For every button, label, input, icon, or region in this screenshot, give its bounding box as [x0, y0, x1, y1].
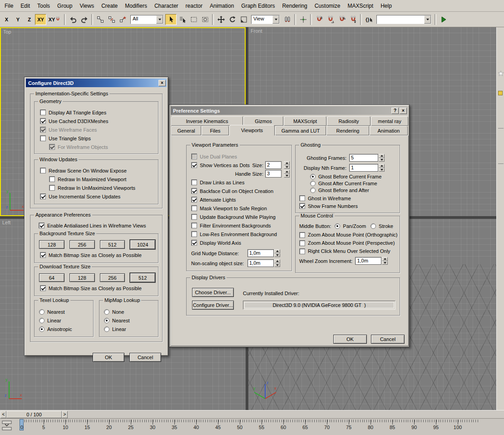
- tab-files[interactable]: Files: [202, 126, 229, 135]
- dropdown-arrow-icon[interactable]: [156, 15, 163, 24]
- match-bitmap-size-as-closely-as-possible-checkbox[interactable]: [40, 285, 46, 291]
- close-icon[interactable]: ×: [158, 80, 166, 86]
- spinner-down-icon[interactable]: [274, 263, 280, 267]
- menu-views[interactable]: Views: [76, 2, 98, 10]
- spinner-snap-toggle-button[interactable]: [347, 14, 359, 25]
- linear-radio[interactable]: [104, 326, 109, 332]
- reference-coordinate-system-dropdown[interactable]: View: [251, 15, 280, 24]
- menu-help[interactable]: Help: [377, 2, 395, 10]
- spinner-down-icon[interactable]: [379, 158, 385, 162]
- preference-settings-titlebar[interactable]: Preference Settings ? ×: [171, 106, 408, 115]
- menu-maxscript[interactable]: MAXScript: [344, 2, 377, 10]
- menu-reactor[interactable]: reactor: [182, 2, 206, 10]
- zoom-about-mouse-point-perspective-checkbox[interactable]: [299, 240, 305, 246]
- spinner-up-icon[interactable]: [274, 249, 280, 253]
- none-radio[interactable]: [104, 309, 109, 315]
- spinner-down-icon[interactable]: [284, 165, 290, 169]
- dropdown-arrow-icon[interactable]: [272, 15, 279, 24]
- spinner-up-icon[interactable]: [284, 170, 290, 174]
- menu-character[interactable]: Character: [151, 2, 182, 10]
- nearest-radio[interactable]: [104, 318, 109, 323]
- cancel-button[interactable]: Cancel: [129, 353, 161, 362]
- select-object-button[interactable]: [165, 14, 177, 25]
- texture-size-256-button[interactable]: 256: [100, 273, 125, 282]
- track-bar[interactable]: 0510152025303540455055606570758085909510…: [0, 418, 504, 435]
- ghost-after-current-frame-radio[interactable]: [310, 181, 316, 186]
- axis-xy-plane-button[interactable]: XY: [35, 14, 46, 25]
- edit-named-selection-sets-button[interactable]: {}: [363, 14, 375, 25]
- spinner-up-icon[interactable]: [382, 257, 388, 261]
- menu-tools[interactable]: Tools: [34, 2, 54, 10]
- configure-direct3d-titlebar[interactable]: Configure Direct3D ×: [26, 79, 167, 87]
- anisotropic-radio[interactable]: [39, 326, 44, 332]
- ghost-before-current-frame-radio[interactable]: [310, 174, 316, 179]
- zoom-about-mouse-point-orthographic-checkbox[interactable]: [299, 232, 305, 238]
- ok-button[interactable]: OK: [333, 335, 367, 344]
- menu-group[interactable]: Group: [54, 2, 76, 10]
- open-mini-curve-editor-button[interactable]: [1, 420, 13, 432]
- non-scaling-object-size-field[interactable]: 1,0m: [247, 259, 274, 267]
- tab-rendering[interactable]: Rendering: [326, 126, 369, 135]
- snap-toggle-3d-button[interactable]: 3: [313, 14, 325, 25]
- cancel-button[interactable]: Cancel: [371, 335, 405, 344]
- value-spinner[interactable]: [284, 170, 290, 178]
- choose-driver-button[interactable]: Choose Driver...: [192, 288, 234, 297]
- use-cached-d3dxmeshes-checkbox[interactable]: [40, 118, 46, 124]
- wheel-zoom-increment-field[interactable]: 1,0m: [355, 257, 381, 265]
- size-field[interactable]: 2: [265, 161, 282, 169]
- ghosting-frames-field[interactable]: 5: [349, 154, 378, 162]
- menu-animation[interactable]: Animation: [206, 2, 237, 10]
- unlink-selection-button[interactable]: [106, 14, 117, 25]
- angle-snap-toggle-button[interactable]: [325, 14, 336, 25]
- texture-size-64-button[interactable]: 64: [39, 273, 64, 282]
- window-crossing-toggle[interactable]: [199, 14, 211, 25]
- axis-x-button[interactable]: X: [1, 14, 12, 25]
- use-incremental-scene-updates-checkbox[interactable]: [40, 193, 46, 199]
- handle-size-field[interactable]: 3: [265, 170, 282, 178]
- tab-radiosity[interactable]: Radiosity: [327, 116, 371, 126]
- right-click-menu-over-selected-only-checkbox[interactable]: [299, 248, 305, 254]
- select-and-move-button[interactable]: [215, 14, 227, 25]
- spinner-up-icon[interactable]: [284, 161, 290, 165]
- dropdown-arrow-icon[interactable]: [424, 15, 431, 24]
- menu-edit[interactable]: Edit: [17, 2, 34, 10]
- value-spinner[interactable]: [284, 161, 290, 169]
- ghost-before-and-after-radio[interactable]: [310, 188, 316, 193]
- spinner-up-icon[interactable]: [379, 164, 385, 168]
- filter-environment-backgrounds-checkbox[interactable]: [191, 222, 197, 228]
- spinner-down-icon[interactable]: [379, 168, 385, 172]
- backface-cull-on-object-creation-checkbox[interactable]: [191, 188, 197, 194]
- tab-gamma-and-lut[interactable]: Gamma and LUT: [275, 126, 326, 135]
- display-nth-frame-field[interactable]: 1: [349, 164, 378, 172]
- redraw-scene-on-window-expose-checkbox[interactable]: [40, 168, 46, 173]
- axis-y-button[interactable]: Y: [12, 14, 24, 25]
- show-frame-numbers-checkbox[interactable]: [299, 203, 305, 209]
- update-background-while-playing-checkbox[interactable]: [191, 214, 197, 220]
- texture-size-128-button[interactable]: 128: [39, 240, 64, 249]
- spinner-down-icon[interactable]: [274, 253, 280, 257]
- use-pivot-point-center-button[interactable]: [282, 14, 293, 25]
- display-all-triangle-edges-checkbox[interactable]: [40, 109, 46, 115]
- tab-inverse-kinematics[interactable]: Inverse Kinematics: [171, 116, 243, 126]
- show-vertices-as-dots-checkbox[interactable]: [191, 162, 197, 168]
- ghost-in-wireframe-checkbox[interactable]: [299, 195, 305, 201]
- grid-nudge-distance-field[interactable]: 1,0m: [247, 249, 274, 257]
- texture-size-128-button[interactable]: 128: [69, 273, 95, 282]
- tab-maxscript[interactable]: MAXScript: [284, 116, 326, 126]
- select-and-manipulate-button[interactable]: [297, 14, 309, 25]
- value-spinner[interactable]: [379, 154, 385, 162]
- mask-viewport-to-safe-region-checkbox[interactable]: [191, 205, 197, 211]
- undo-button[interactable]: [67, 14, 79, 25]
- display-world-axis-checkbox[interactable]: [191, 240, 197, 246]
- select-and-rotate-button[interactable]: [227, 14, 238, 25]
- time-slider[interactable]: 0 / 100: [6, 411, 62, 418]
- tab-general[interactable]: General: [171, 126, 201, 135]
- texture-size-512-button[interactable]: 512: [130, 273, 155, 282]
- menu-rendering[interactable]: Rendering: [278, 2, 311, 10]
- enable-antialiased-lines-in-wireframe-view-checkbox[interactable]: [39, 222, 44, 228]
- use-triangle-strips-checkbox[interactable]: [40, 135, 46, 141]
- previous-frame-button[interactable]: <: [0, 411, 6, 418]
- linear-radio[interactable]: [39, 318, 44, 323]
- ok-button[interactable]: OK: [93, 353, 124, 362]
- low-res-environment-background-checkbox[interactable]: [191, 231, 197, 237]
